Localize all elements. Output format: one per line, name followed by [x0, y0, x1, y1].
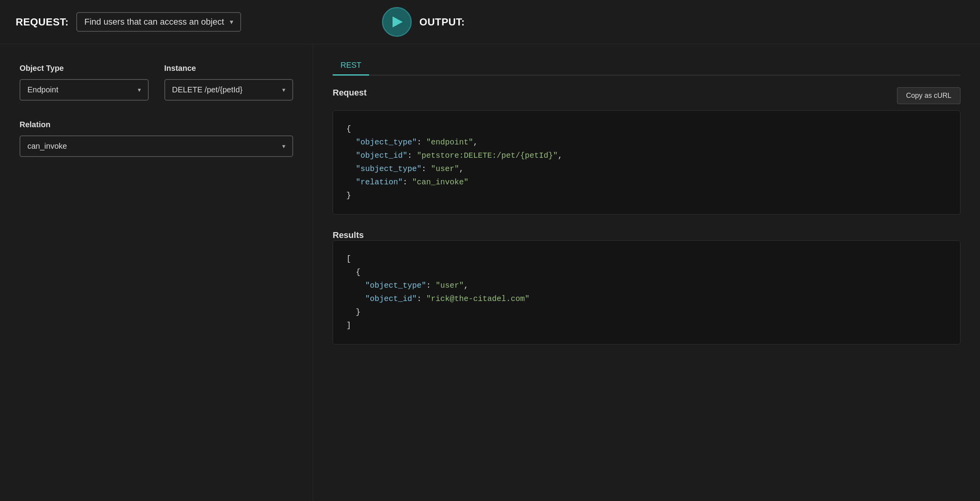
main-content: Object Type Endpoint ▾ Instance DELETE /…: [0, 44, 980, 501]
request-code-block: { "object_type": "endpoint", "object_id"…: [333, 110, 960, 214]
tab-rest[interactable]: REST: [333, 56, 369, 76]
relation-label: Relation: [20, 120, 293, 129]
chevron-down-icon: ▾: [282, 142, 285, 150]
output-label: OUTPUT:: [420, 16, 465, 28]
object-type-label: Object Type: [20, 64, 149, 73]
object-type-value: Endpoint: [27, 85, 138, 94]
results-code-block: [ { "object_type": "user", "object_id": …: [333, 240, 960, 344]
instance-select[interactable]: DELETE /pet/{petId} ▾: [164, 79, 294, 101]
left-panel: Object Type Endpoint ▾ Instance DELETE /…: [0, 44, 313, 501]
copy-curl-button[interactable]: Copy as cURL: [897, 87, 960, 104]
request-dropdown[interactable]: Find users that can access an object ▾: [76, 12, 241, 32]
instance-label: Instance: [164, 64, 294, 73]
object-type-group: Object Type Endpoint ▾: [20, 64, 149, 101]
tab-bar: REST: [333, 56, 960, 76]
instance-group: Instance DELETE /pet/{petId} ▾: [164, 64, 294, 101]
request-label: REQUEST:: [16, 16, 68, 28]
form-row-top: Object Type Endpoint ▾ Instance DELETE /…: [20, 64, 293, 101]
relation-select[interactable]: can_invoke ▾: [20, 135, 293, 157]
request-section-header: Request Copy as cURL: [333, 87, 960, 104]
chevron-down-icon: ▾: [138, 86, 141, 94]
relation-value: can_invoke: [27, 142, 282, 151]
right-panel: REST Request Copy as cURL { "object_type…: [313, 44, 980, 501]
request-title: Request: [333, 88, 367, 98]
play-icon: [393, 16, 403, 27]
header: REQUEST: Find users that can access an o…: [0, 0, 980, 44]
chevron-down-icon: ▾: [230, 18, 233, 26]
relation-group: Relation can_invoke ▾: [20, 120, 293, 157]
app-container: REQUEST: Find users that can access an o…: [0, 0, 980, 501]
results-title: Results: [333, 230, 364, 240]
request-dropdown-text: Find users that can access an object: [84, 17, 224, 27]
chevron-down-icon: ▾: [282, 86, 285, 94]
instance-value: DELETE /pet/{petId}: [172, 85, 283, 94]
relation-row: Relation can_invoke ▾: [20, 120, 293, 157]
object-type-select[interactable]: Endpoint ▾: [20, 79, 149, 101]
play-button[interactable]: [382, 7, 412, 37]
